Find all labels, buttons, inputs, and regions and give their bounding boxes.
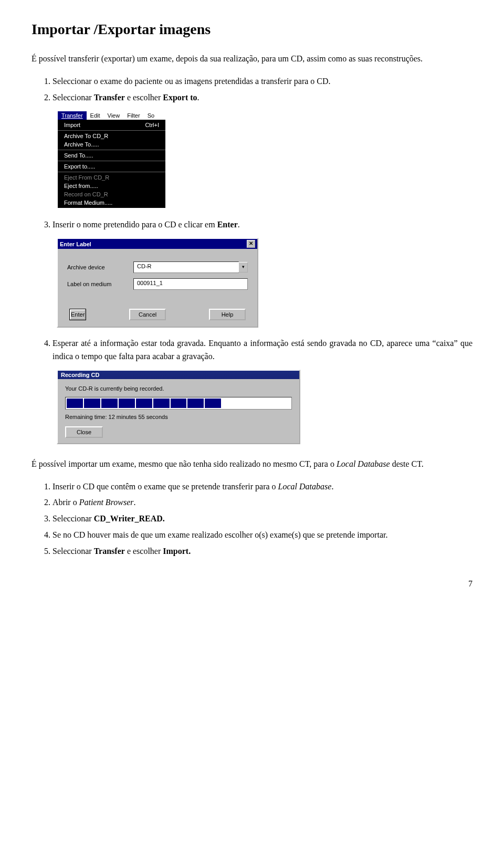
recording-cd-dialog: Recording CD Your CD-R is currently bein… bbox=[57, 370, 300, 444]
menu-item-export-to[interactable]: Export to..... bbox=[58, 162, 165, 171]
dropdown-icon[interactable]: ▾ bbox=[238, 262, 248, 272]
menu-item-eject-cdr[interactable]: Eject From CD_R bbox=[58, 173, 165, 182]
export-steps-cont: Inserir o nome pretendido para o CD e cl… bbox=[32, 218, 472, 232]
remaining-time: Remaining time: 12 minutes 55 seconds bbox=[65, 414, 292, 420]
progress-block bbox=[84, 399, 100, 408]
progress-block bbox=[257, 399, 273, 408]
recording-titlebar: Recording CD bbox=[58, 371, 299, 379]
dialog-titlebar: Enter Label ✕ bbox=[58, 239, 257, 249]
progress-block bbox=[239, 399, 256, 408]
menu-item-import[interactable]: ImportCtrl+I bbox=[58, 121, 165, 129]
page-title: Importar /Exportar imagens bbox=[32, 21, 472, 38]
progress-bar bbox=[65, 397, 292, 410]
page-number: 7 bbox=[32, 579, 472, 589]
menu-tab-so[interactable]: So bbox=[144, 111, 158, 120]
dialog-title: Enter Label bbox=[60, 241, 91, 247]
recording-status: Your CD-R is currently being recorded. bbox=[65, 385, 292, 392]
menu-item-format-medium[interactable]: Format Medium..... bbox=[58, 198, 165, 207]
progress-block bbox=[136, 399, 152, 408]
menu-item-eject-from[interactable]: Eject from..... bbox=[58, 182, 165, 190]
import-step-1: Inserir o CD que contêm o exame que se p… bbox=[52, 480, 472, 494]
import-paragraph: É possível importar um exame, mesmo que … bbox=[32, 458, 472, 471]
step-1: Seleccionar o exame do paciente ou as im… bbox=[52, 75, 472, 88]
menu-tab-edit[interactable]: Edit bbox=[87, 111, 104, 120]
export-steps: Seleccionar o exame do paciente ou as im… bbox=[32, 75, 472, 104]
archive-device-field[interactable]: CD-R bbox=[133, 261, 239, 273]
menu-tab-filter[interactable]: Filter bbox=[123, 111, 143, 120]
import-step-4: Se no CD houver mais de que um exame rea… bbox=[52, 529, 472, 542]
close-icon[interactable]: ✕ bbox=[247, 240, 255, 248]
menu-bar: Transfer Edit View Filter So bbox=[58, 111, 165, 120]
progress-block bbox=[101, 399, 118, 408]
progress-block bbox=[171, 399, 187, 408]
step-4: Esperar até a informação estar toda grav… bbox=[52, 337, 472, 363]
progress-block bbox=[222, 399, 238, 408]
menu-item-archive-to[interactable]: Archive To..... bbox=[58, 140, 165, 149]
progress-block bbox=[187, 399, 204, 408]
progress-block bbox=[67, 399, 83, 408]
progress-block bbox=[274, 399, 290, 408]
import-step-5: Seleccionar Transfer e escolher Import. bbox=[52, 545, 472, 558]
enter-button[interactable]: Enter bbox=[69, 309, 86, 320]
transfer-menu-screenshot: Transfer Edit View Filter So ImportCtrl+… bbox=[57, 110, 166, 209]
step-3: Inserir o nome pretendido para o CD e cl… bbox=[52, 218, 472, 232]
menu-tab-view[interactable]: View bbox=[104, 111, 124, 120]
label-on-medium-field[interactable]: 000911_1 bbox=[133, 278, 248, 290]
cancel-button[interactable]: Cancel bbox=[129, 309, 166, 320]
progress-block bbox=[119, 399, 135, 408]
menu-item-send-to[interactable]: Send To..... bbox=[58, 151, 165, 160]
menu-item-record-cdr[interactable]: Record on CD_R bbox=[58, 190, 165, 198]
close-button[interactable]: Close bbox=[65, 426, 103, 438]
import-step-2: Abrir o Patient Browser. bbox=[52, 496, 472, 509]
menu-tab-transfer[interactable]: Transfer bbox=[58, 111, 87, 120]
menu-item-archive-cdr[interactable]: Archive To CD_R bbox=[58, 132, 165, 140]
enter-label-dialog: Enter Label ✕ Archive device CD-R ▾ Labe… bbox=[57, 238, 258, 328]
import-steps: Inserir o CD que contêm o exame que se p… bbox=[32, 480, 472, 558]
step-2: Seleccionar Transfer e escolher Export t… bbox=[52, 91, 472, 104]
import-step-3: Seleccionar CD_Writer_READ. bbox=[52, 512, 472, 526]
progress-block bbox=[153, 399, 170, 408]
help-button[interactable]: Help bbox=[209, 309, 246, 320]
archive-device-label: Archive device bbox=[67, 264, 133, 270]
export-steps-cont2: Esperar até a informação estar toda grav… bbox=[32, 337, 472, 363]
progress-block bbox=[205, 399, 221, 408]
label-on-medium-label: Label on medium bbox=[67, 281, 133, 287]
intro-paragraph: É possível transferir (exportar) um exam… bbox=[32, 53, 472, 66]
